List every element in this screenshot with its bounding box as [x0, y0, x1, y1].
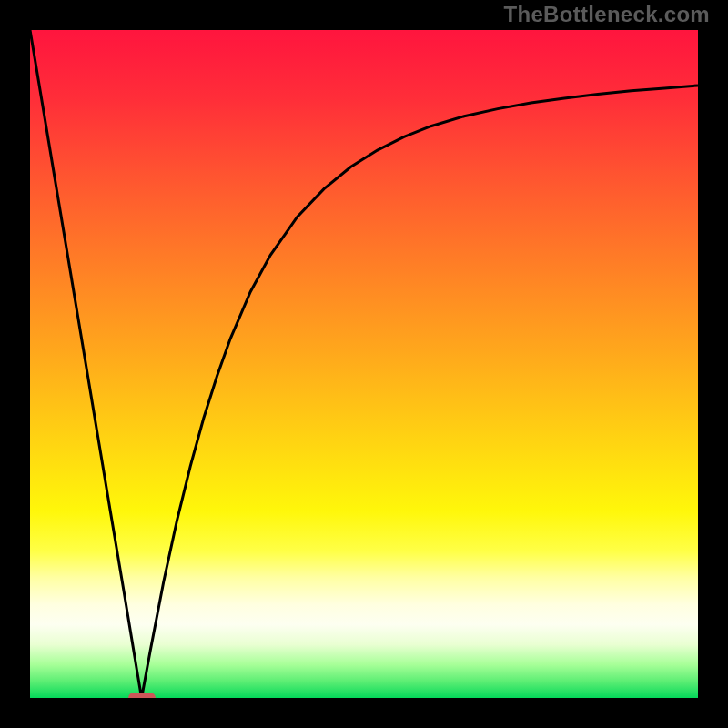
plot-area	[30, 30, 698, 698]
sweet-spot-marker	[128, 693, 156, 698]
watermark-text: TheBottleneck.com	[504, 2, 710, 27]
gradient-background	[30, 30, 698, 698]
plot-svg	[30, 30, 698, 698]
chart-frame: TheBottleneck.com	[0, 0, 728, 728]
